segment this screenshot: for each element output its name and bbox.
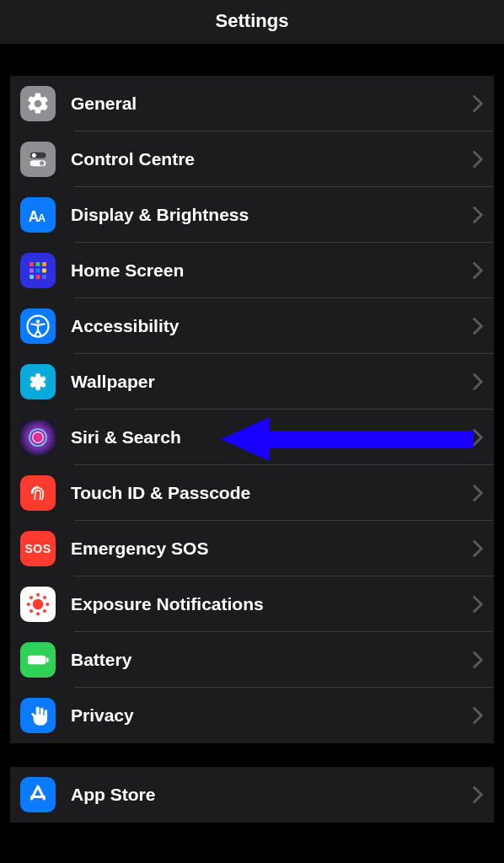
svg-point-28: [36, 612, 40, 615]
svg-point-1: [32, 153, 36, 158]
row-touch-id-passcode[interactable]: Touch ID & Passcode: [10, 465, 494, 521]
gear-icon: [20, 86, 56, 121]
svg-rect-6: [29, 262, 34, 266]
spacer: [0, 44, 504, 76]
svg-rect-7: [36, 262, 40, 266]
row-app-store[interactable]: App Store: [10, 767, 494, 823]
row-label: Control Centre: [71, 149, 472, 169]
chevron-right-icon: [472, 707, 484, 724]
row-label: Wallpaper: [71, 372, 472, 392]
svg-rect-8: [42, 262, 46, 266]
row-label: Exposure Notifications: [71, 594, 472, 614]
svg-rect-14: [42, 275, 46, 279]
svg-point-16: [36, 319, 40, 324]
row-label: Emergency SOS: [71, 539, 472, 559]
svg-text:A: A: [38, 212, 46, 224]
svg-rect-12: [29, 275, 34, 279]
svg-rect-36: [46, 657, 49, 662]
row-label: App Store: [71, 785, 472, 805]
row-privacy[interactable]: Privacy: [10, 688, 494, 743]
row-siri-search[interactable]: Siri & Search: [10, 410, 494, 465]
row-label: Privacy: [71, 705, 472, 726]
chevron-right-icon: [472, 540, 484, 557]
row-control-centre[interactable]: Control Centre: [10, 131, 494, 187]
chevron-right-icon: [472, 151, 484, 168]
svg-point-25: [33, 432, 44, 443]
toggles-icon: [20, 142, 56, 177]
chevron-right-icon: [472, 786, 484, 803]
battery-icon: [20, 642, 56, 678]
row-label: Display & Brightness: [71, 205, 472, 225]
text-size-icon: AA: [20, 197, 56, 233]
svg-point-3: [40, 161, 44, 165]
chevron-right-icon: [472, 262, 484, 279]
settings-group-2: App Store: [10, 767, 494, 823]
row-home-screen[interactable]: Home Screen: [10, 243, 494, 298]
svg-point-26: [33, 599, 44, 610]
app-grid-icon: [20, 253, 56, 288]
chevron-right-icon: [472, 651, 484, 668]
svg-rect-9: [29, 269, 34, 273]
page-title: Settings: [0, 0, 504, 44]
svg-point-34: [43, 609, 46, 613]
sos-icon: SOS: [20, 531, 56, 566]
app-store-icon: [20, 777, 56, 812]
chevron-right-icon: [472, 596, 484, 613]
row-label: General: [71, 94, 472, 114]
fingerprint-icon: [20, 475, 56, 511]
hand-icon: [20, 698, 56, 733]
chevron-right-icon: [472, 206, 484, 223]
chevron-right-icon: [472, 318, 484, 335]
svg-rect-11: [42, 269, 46, 273]
chevron-right-icon: [472, 485, 484, 501]
exposure-icon: [20, 587, 56, 622]
svg-rect-35: [28, 656, 46, 665]
spacer: [0, 823, 504, 838]
row-wallpaper[interactable]: Wallpaper: [10, 354, 494, 410]
chevron-right-icon: [472, 429, 484, 446]
spacer: [0, 743, 504, 767]
row-label: Siri & Search: [71, 427, 472, 448]
row-battery[interactable]: Battery: [10, 632, 494, 688]
svg-rect-10: [36, 269, 40, 273]
svg-point-29: [27, 603, 30, 606]
accessibility-icon: [20, 308, 56, 344]
flower-icon: [20, 364, 56, 399]
row-label: Accessibility: [71, 316, 472, 336]
row-accessibility[interactable]: Accessibility: [10, 298, 494, 354]
row-emergency-sos[interactable]: SOS Emergency SOS: [10, 521, 494, 576]
svg-point-27: [36, 593, 40, 597]
row-label: Battery: [71, 650, 472, 670]
row-label: Home Screen: [71, 260, 472, 281]
svg-point-33: [29, 609, 33, 613]
siri-icon: [20, 420, 56, 455]
chevron-right-icon: [472, 373, 484, 390]
settings-group-1: General Control Centre AA Display & Brig…: [10, 76, 494, 743]
row-exposure-notifications[interactable]: Exposure Notifications: [10, 576, 494, 632]
svg-rect-13: [36, 275, 40, 279]
svg-point-32: [43, 596, 46, 599]
row-display-brightness[interactable]: AA Display & Brightness: [10, 187, 494, 243]
row-general[interactable]: General: [10, 76, 494, 131]
svg-point-30: [46, 603, 49, 606]
row-label: Touch ID & Passcode: [71, 483, 472, 503]
chevron-right-icon: [472, 95, 484, 112]
svg-point-31: [29, 596, 33, 599]
